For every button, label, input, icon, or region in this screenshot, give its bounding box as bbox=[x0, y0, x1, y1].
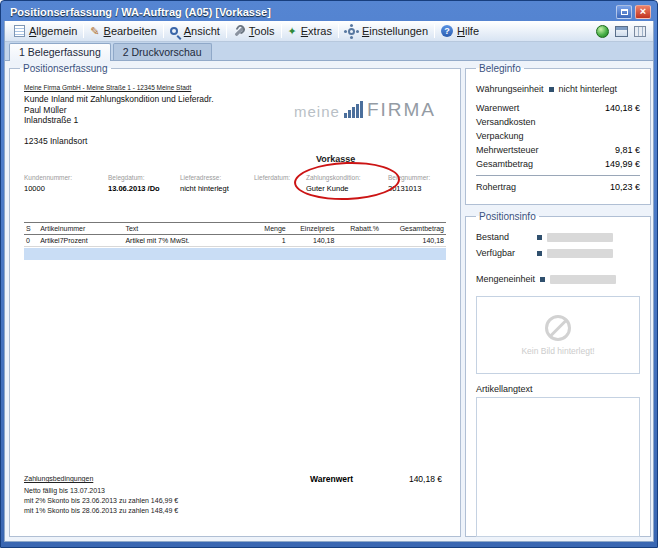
waehrungseinheit-value: nicht hinterlegt bbox=[559, 84, 618, 94]
field-lieferadresse: Lieferadresse: nicht hinterlegt bbox=[180, 174, 229, 193]
beleginfo-row-verpackung: Verpackung bbox=[476, 131, 640, 141]
menu-extras[interactable]: ✦ Extras bbox=[283, 24, 337, 38]
artikellangtext-box[interactable] bbox=[476, 397, 640, 537]
col-header-gesamtbetrag: Gesamtbetrag bbox=[381, 223, 446, 235]
menu-hilfe[interactable]: ? Hilfe bbox=[436, 24, 484, 38]
versandkosten-label: Versandkosten bbox=[476, 117, 536, 127]
monitor-icon bbox=[615, 26, 628, 37]
field-lieferdatum-value[interactable] bbox=[254, 184, 290, 192]
close-icon: × bbox=[640, 6, 646, 17]
field-kundennummer-value[interactable]: 10000 bbox=[24, 184, 72, 193]
positionsinfo-group: Positionsinfo Bestand Verfügbar Mengenei… bbox=[465, 211, 651, 537]
table-header-row: S Artikelnummer Text Menge Einzelpreis R… bbox=[24, 223, 446, 235]
bestand-value-placeholder bbox=[547, 233, 613, 242]
col-header-rabatt: Rabatt.% bbox=[336, 223, 381, 235]
wrench-icon bbox=[233, 25, 245, 37]
beleginfo-row-rohertrag: Rohertrag 10,23 € bbox=[476, 182, 640, 192]
payment-line-3: mit 1% Skonto bis 28.06.2013 zu zahlen 1… bbox=[24, 506, 178, 516]
field-waehrungseinheit: Währungseinheit nicht hinterlegt bbox=[476, 84, 640, 94]
menu-bearbeiten[interactable]: ✎ Bearbeiten bbox=[85, 24, 161, 38]
recipient-line-2: Paul Müller bbox=[24, 105, 214, 116]
warenwert-total-value: 140,18 € bbox=[409, 474, 442, 484]
verfuegbar-value-placeholder bbox=[547, 249, 613, 258]
menu-extras-label: Extras bbox=[301, 25, 332, 37]
article-image-box: Kein Bild hinterlegt! bbox=[476, 296, 640, 374]
table-row[interactable]: 0 Artikel7Prozent Artikel mit 7% MwSt. 1… bbox=[24, 235, 446, 247]
tabbar: 1 Belegerfassung 2 Druckvorschau bbox=[5, 42, 653, 61]
payment-line-2: mit 2% Skonto bis 23.06.2013 zu zahlen 1… bbox=[24, 496, 178, 506]
warenwert-value: 140,18 € bbox=[605, 103, 640, 113]
positions-table-wrap: S Artikelnummer Text Menge Einzelpreis R… bbox=[24, 222, 446, 260]
menu-ansicht[interactable]: Ansicht bbox=[165, 24, 225, 38]
monitor-button[interactable] bbox=[615, 26, 628, 37]
beleginfo-group-title: Beleginfo bbox=[476, 63, 524, 74]
rohertrag-value: 10,23 € bbox=[610, 182, 640, 192]
menu-hilfe-label: Hilfe bbox=[457, 25, 479, 37]
equals-icon bbox=[540, 277, 545, 282]
cell-rabatt bbox=[336, 235, 381, 247]
field-belegdatum-label: Belegdatum: bbox=[108, 174, 160, 181]
col-header-menge: Menge bbox=[253, 223, 287, 235]
window-title: Positionserfassung / WA-Auftrag (A05) [V… bbox=[10, 6, 613, 18]
positionsinfo-group-title: Positionsinfo bbox=[476, 211, 539, 222]
col-header-einzelpreis: Einzelpreis bbox=[288, 223, 337, 235]
pencil-icon: ✎ bbox=[90, 26, 99, 37]
grid-button[interactable] bbox=[634, 26, 646, 37]
menu-einstellungen[interactable]: Einstellungen bbox=[340, 24, 433, 39]
close-button[interactable]: × bbox=[635, 5, 651, 19]
field-lieferdatum: Lieferdatum: bbox=[254, 174, 290, 192]
positionserfassung-group-title: Positionserfassung bbox=[20, 63, 111, 74]
field-belegdatum-value[interactable]: 13.06.2013 /Do bbox=[108, 184, 160, 193]
restore-button[interactable] bbox=[616, 5, 632, 19]
mehrwertsteuer-label: Mehrwertsteuer bbox=[476, 145, 539, 155]
menu-ansicht-label: Ansicht bbox=[184, 25, 220, 37]
beleginfo-group: Beleginfo Währungseinheit nicht hinterle… bbox=[465, 63, 651, 205]
globe-button[interactable] bbox=[596, 25, 609, 38]
recipient-line-1: Kunde Inland mit Zahlungskondition und L… bbox=[24, 94, 214, 105]
star-icon: ✦ bbox=[288, 26, 297, 37]
menu-allgemein-label: Allgemein bbox=[29, 25, 77, 37]
menu-einstellungen-label: Einstellungen bbox=[362, 25, 428, 37]
equals-icon bbox=[549, 87, 554, 92]
magnifier-icon bbox=[170, 27, 178, 35]
menu-tools[interactable]: Tools bbox=[228, 24, 280, 38]
cell-text: Artikel mit 7% MwSt. bbox=[123, 235, 253, 247]
cell-gesamtbetrag: 140,18 bbox=[381, 235, 446, 247]
field-lieferadresse-value[interactable]: nicht hinterlegt bbox=[180, 184, 229, 193]
warenwert-label: Warenwert bbox=[476, 103, 519, 113]
beleginfo-row-versandkosten: Versandkosten bbox=[476, 117, 640, 127]
menu-separator bbox=[281, 24, 282, 38]
company-logo: meine FIRMA bbox=[294, 100, 436, 119]
payment-terms-title: Zahlungsbedingungen bbox=[24, 474, 178, 484]
menu-separator bbox=[163, 24, 164, 38]
gesamtbetrag-label: Gesamtbetrag bbox=[476, 159, 533, 169]
menu-separator bbox=[226, 24, 227, 38]
positionserfassung-group: Positionserfassung Meine Firma GmbH - Me… bbox=[9, 63, 461, 537]
cell-einzelpreis: 140,18 bbox=[288, 235, 337, 247]
help-icon: ? bbox=[441, 25, 453, 37]
cell-s: 0 bbox=[24, 235, 38, 247]
gesamtbetrag-value: 149,99 € bbox=[605, 159, 640, 169]
menu-separator bbox=[83, 24, 84, 38]
tab-belegerfassung[interactable]: 1 Belegerfassung bbox=[9, 43, 111, 61]
recipient-line-3: Inlandstraße 1 bbox=[24, 115, 214, 126]
cell-artikelnummer: Artikel7Prozent bbox=[38, 235, 123, 247]
equals-icon bbox=[537, 235, 542, 240]
menu-separator bbox=[338, 24, 339, 38]
logo-text-light: meine bbox=[294, 104, 340, 119]
payment-line-1: Netto fällig bis 13.07.2013 bbox=[24, 486, 178, 496]
col-header-text: Text bbox=[123, 223, 253, 235]
beleginfo-row-gesamtbetrag: Gesamtbetrag 149,99 € bbox=[476, 159, 640, 169]
selected-empty-row[interactable] bbox=[24, 248, 446, 260]
titlebar: Positionserfassung / WA-Auftrag (A05) [V… bbox=[4, 2, 654, 21]
field-lieferdatum-label: Lieferdatum: bbox=[254, 174, 290, 181]
field-kundennummer-label: Kundennummer: bbox=[24, 174, 72, 181]
positions-table: S Artikelnummer Text Menge Einzelpreis R… bbox=[24, 222, 446, 247]
mengeneinheit-value-placeholder bbox=[550, 275, 616, 284]
tab-druckvorschau[interactable]: 2 Druckvorschau bbox=[113, 43, 212, 60]
mengeneinheit-label: Mengeneinheit bbox=[476, 274, 535, 284]
menu-allgemein[interactable]: Allgemein bbox=[9, 24, 82, 38]
payment-terms: Zahlungsbedingungen Netto fällig bis 13.… bbox=[24, 474, 178, 516]
recipient-address: Kunde Inland mit Zahlungskondition und L… bbox=[24, 94, 214, 126]
no-image-text: Kein Bild hinterlegt! bbox=[521, 346, 594, 356]
